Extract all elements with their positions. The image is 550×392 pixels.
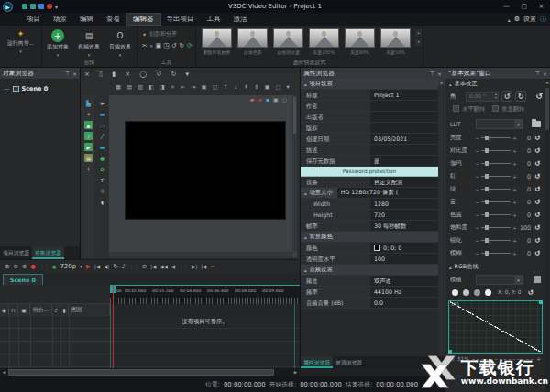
minus-icon[interactable]: −: [475, 186, 479, 192]
timeline-zoom-in-icon[interactable]: ⊕: [5, 263, 9, 270]
scroll-left-icon[interactable]: ◀: [0, 370, 8, 375]
tab-properties-browser[interactable]: 属性浏览器: [301, 356, 333, 368]
edit-toolbar-row1[interactable]: × ▯ ▮ × ◯ ↺ ↻ ▾: [84, 71, 192, 78]
style-remove-effects[interactable]: 删除所有效果: [199, 28, 235, 56]
channel-green-button[interactable]: [474, 289, 480, 296]
reset-icon[interactable]: ↺: [533, 172, 543, 180]
add-object-button[interactable]: + 添加对象 ▾: [42, 26, 73, 58]
mark-out-button[interactable]: |◀: [201, 264, 206, 269]
minus-icon[interactable]: −: [475, 250, 479, 256]
menu-scenes[interactable]: 场景: [47, 14, 73, 25]
prop-row-width[interactable]: Width1280: [301, 199, 438, 210]
prop-row-volume[interactable]: 音频音量 (dB)0.0: [301, 298, 438, 309]
reset-icon[interactable]: ↺: [533, 198, 543, 206]
folder-icon[interactable]: [532, 121, 541, 127]
slider-track[interactable]: [481, 214, 511, 215]
close-button[interactable]: ×: [533, 3, 550, 10]
group-icon[interactable]: ▰: [250, 96, 255, 103]
slider-track[interactable]: [481, 227, 511, 228]
minus-icon[interactable]: −: [475, 224, 479, 231]
curve-handle-end[interactable]: [539, 300, 543, 304]
save-as-icon[interactable]: [30, 4, 36, 9]
prop-row-save-metadata[interactable]: 保存元数据是: [301, 156, 438, 167]
minus-icon[interactable]: −: [475, 199, 479, 205]
style-auto-contrast[interactable]: 自动对比度: [270, 28, 306, 56]
prop-row-opacity[interactable]: 透明度水平100: [301, 254, 438, 265]
rectangle-tool-icon[interactable]: ▬: [98, 110, 106, 118]
wizard-caret-icon[interactable]: ▾: [19, 49, 22, 54]
close-panel-icon[interactable]: ×: [437, 71, 442, 77]
slider-track[interactable]: [481, 201, 511, 202]
cursor-tool-icon[interactable]: ➤: [98, 99, 106, 107]
angle-reset-icon[interactable]: ↺: [535, 92, 543, 101]
template-select[interactable]: ▾: [476, 275, 523, 285]
slider-track[interactable]: [481, 137, 511, 138]
plus-icon[interactable]: +: [512, 135, 517, 141]
maximize-button[interactable]: ▢: [515, 3, 533, 10]
add-image-icon[interactable]: ▲: [84, 121, 93, 129]
to-start-button[interactable]: |◀: [150, 264, 156, 269]
flip-vertical-checkbox[interactable]: 垂直翻转: [492, 105, 524, 114]
close-panel-icon[interactable]: ×: [543, 71, 547, 77]
effects-scrollbar[interactable]: ▲: [544, 79, 550, 392]
angle-spinner[interactable]: 0.00 ° ▴▾: [466, 92, 499, 102]
time-icon[interactable]: ⊙: [142, 263, 147, 270]
snap-icon[interactable]: ▪: [266, 96, 270, 103]
record-icon[interactable]: [47, 4, 52, 9]
object-toolbar-row3[interactable]: ▰ ▰ ▪ ▣ ○: [250, 96, 287, 103]
eye-icon[interactable]: ◉: [0, 304, 9, 316]
add-video-icon[interactable]: ▶: [84, 143, 93, 151]
slideshow-icon[interactable]: ▤: [84, 154, 93, 162]
section-project-settings[interactable]: ▴ 项目设置: [301, 79, 438, 90]
prop-row-frequency[interactable]: 频率44100 Hz: [301, 287, 438, 298]
video-fx-caret-icon[interactable]: ▾: [88, 52, 91, 58]
style-gray-80[interactable]: 灰度80%: [342, 28, 378, 56]
slider-track[interactable]: [481, 163, 511, 164]
prop-row-color[interactable]: 颜色0; 0; 0: [301, 243, 438, 254]
prop-row-copyright[interactable]: 版权: [301, 123, 438, 134]
combine-column[interactable]: 组合...: [30, 304, 52, 316]
track-area[interactable]: 没有项目可显示。: [110, 316, 300, 368]
slider-track[interactable]: [481, 150, 511, 151]
counter-tool-icon[interactable]: ⠿: [98, 187, 106, 195]
minus-icon[interactable]: −: [475, 173, 479, 180]
film-column-icon[interactable]: ▮: [60, 304, 69, 316]
properties-scrollbar[interactable]: ▲: [438, 79, 445, 356]
slider-track[interactable]: [481, 176, 511, 177]
record-button-icon[interactable]: ●: [30, 263, 36, 270]
menu-editor[interactable]: 编辑器: [126, 14, 160, 25]
scrollbar-thumb[interactable]: [8, 369, 274, 376]
plus-icon[interactable]: +: [512, 186, 517, 192]
qat-caret-icon[interactable]: ▾: [55, 4, 58, 10]
rounded-rect-tool-icon[interactable]: ▭: [98, 121, 106, 129]
mute-button[interactable]: ♪: [122, 263, 126, 270]
step-back-button[interactable]: ◀: [171, 264, 175, 269]
go-start-button[interactable]: |◀: [94, 264, 100, 269]
loop-button[interactable]: ↻: [113, 263, 117, 270]
password-protection-row[interactable]: Password protection: [301, 167, 438, 177]
rotate-cw-button[interactable]: ↻: [515, 91, 526, 102]
menu-edit[interactable]: 编辑: [73, 14, 100, 25]
menu-view[interactable]: 查看: [100, 14, 126, 25]
plus-icon[interactable]: +: [512, 199, 517, 205]
audio-fx-caret-icon[interactable]: ▾: [119, 52, 122, 58]
viewport-vscrollbar[interactable]: [292, 95, 297, 252]
plus-icon[interactable]: +: [512, 160, 517, 167]
prop-row-creation-date[interactable]: 创建日期03/05/2021: [301, 134, 438, 145]
prop-row-publisher[interactable]: 出版者: [301, 112, 438, 123]
grid-icon[interactable]: ▣: [273, 96, 279, 103]
resolution-select[interactable]: 720p: [60, 263, 76, 270]
scene-tab[interactable]: Scene 0: [3, 274, 43, 285]
prop-row-framerate[interactable]: 帧率30 每秒帧数: [301, 221, 438, 232]
styles-scroll-down[interactable]: ▾: [415, 38, 422, 46]
minus-icon[interactable]: −: [475, 237, 479, 244]
channel-red-button[interactable]: [463, 289, 469, 296]
reset-icon[interactable]: ↺: [533, 134, 543, 142]
save-icon[interactable]: [22, 4, 28, 9]
reset-icon[interactable]: ↺: [533, 223, 543, 232]
collapse-ribbon-icon[interactable]: ▴: [508, 16, 511, 23]
tools-buttons[interactable]: ✂ ▾ ▣ ◳ ↺ ↻ ⟳: [138, 38, 195, 49]
plus-icon[interactable]: +: [512, 212, 517, 218]
magnifier-icon[interactable]: ○: [282, 96, 287, 103]
info-icon[interactable]: ⓘ: [540, 15, 546, 24]
